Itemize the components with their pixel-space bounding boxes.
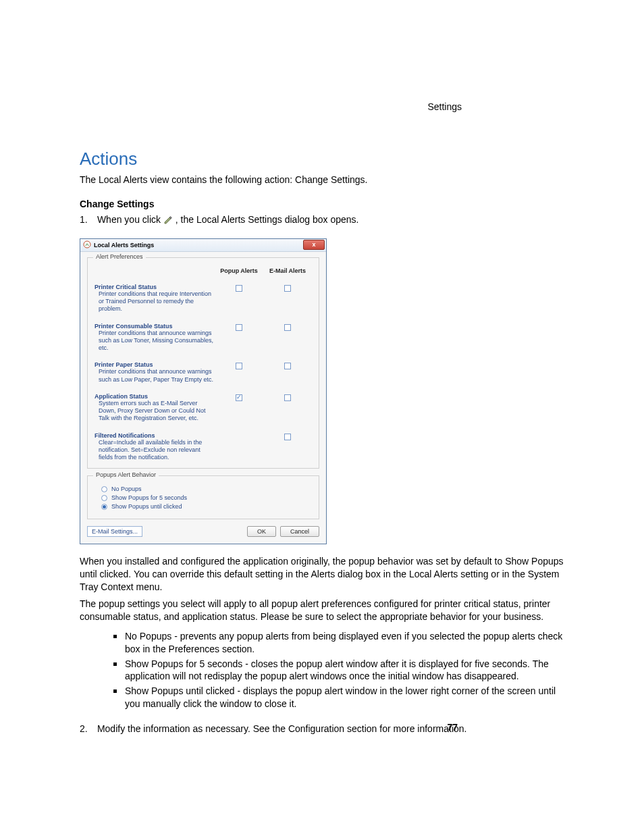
pref-desc: Clear=Include all available fields in th…: [95, 439, 215, 462]
list-item-text: Show Popups for 5 seconds - closes the p…: [125, 658, 564, 683]
cancel-button[interactable]: Cancel: [280, 526, 319, 537]
step-1: 1. When you click , the Local Alerts Set…: [80, 213, 564, 228]
radio-icon: [101, 486, 107, 492]
radio-label: No Popups: [111, 486, 142, 492]
close-button[interactable]: x: [303, 240, 325, 250]
email-alerts-checkbox[interactable]: [284, 324, 291, 331]
email-alerts-checkbox[interactable]: [284, 434, 291, 440]
edit-icon: [163, 215, 173, 228]
bullet-icon: [113, 635, 117, 638]
list-item: Show Popups until clicked - displays the…: [113, 685, 564, 710]
pref-label: Filtered NotificationsClear=Include all …: [95, 432, 215, 462]
pref-desc: Printer conditions that require Interven…: [95, 290, 215, 313]
step-1-suffix: , the Local Alerts Settings dialog box o…: [176, 214, 359, 225]
email-alerts-checkbox[interactable]: [284, 285, 291, 292]
step-2: 2. Modify the information as necessary. …: [80, 723, 564, 735]
ok-button[interactable]: OK: [247, 526, 276, 537]
alert-preferences-legend: Alert Preferences: [93, 253, 146, 260]
pref-title: Application Status: [95, 393, 215, 400]
pref-title: Printer Critical Status: [95, 284, 215, 290]
page-number: 77: [447, 722, 458, 733]
intro-text: The Local Alerts view contains the follo…: [80, 174, 564, 186]
app-icon: [83, 240, 91, 250]
pref-title: Printer Paper Status: [95, 361, 215, 368]
pref-row: Printer Consumable StatusPrinter conditi…: [95, 323, 312, 353]
list-item: Show Popups for 5 seconds - closes the p…: [113, 658, 564, 683]
email-settings-button[interactable]: E-Mail Settings...: [87, 526, 142, 537]
pref-title: Filtered Notifications: [95, 432, 215, 439]
popups-alert-behavior-legend: Popups Alert Behavior: [93, 471, 159, 478]
step-1-number: 1.: [80, 213, 95, 226]
popups-alert-behavior-group: Popups Alert Behavior No PopupsShow Popu…: [87, 475, 319, 519]
dialog-title: Local Alerts Settings: [94, 242, 154, 249]
step-1-prefix: When you click: [97, 214, 161, 225]
paragraph-installed: When you installed and configured the ap…: [80, 555, 564, 594]
svg-point-0: [84, 241, 90, 248]
pref-row: Printer Critical StatusPrinter condition…: [95, 284, 312, 313]
list-item-text: No Popups - prevents any popup alerts fr…: [125, 630, 564, 656]
dialog-titlebar: Local Alerts Settings x: [80, 239, 326, 252]
change-settings-heading: Change Settings: [80, 199, 564, 209]
popup-alerts-checkbox[interactable]: [236, 324, 242, 331]
pref-title: Printer Consumable Status: [95, 323, 215, 330]
page-section-label: Settings: [427, 101, 462, 112]
list-item-text: Show Popups until clicked - displays the…: [125, 685, 564, 710]
radio-label: Show Popups for 5 seconds: [111, 494, 187, 501]
local-alerts-settings-dialog: Local Alerts Settings x Alert Preference…: [80, 238, 327, 545]
pref-label: Application StatusSystem errors such as …: [95, 393, 215, 423]
popup-alerts-checkbox[interactable]: [236, 394, 242, 401]
step-2-text: Modify the information as necessary. See…: [97, 723, 467, 734]
pref-label: Printer Paper StatusPrinter conditions t…: [95, 361, 215, 384]
bullet-icon: [113, 662, 117, 666]
popup-behavior-option[interactable]: No Popups: [101, 486, 312, 492]
section-title: Actions: [80, 149, 564, 170]
radio-icon: [101, 495, 107, 501]
popup-alerts-checkbox[interactable]: [236, 363, 242, 369]
popup-alerts-checkbox[interactable]: [236, 285, 242, 292]
popup-behavior-option[interactable]: Show Popups for 5 seconds: [101, 494, 312, 501]
radio-label: Show Popups until clicked: [111, 503, 182, 510]
pref-row: Application StatusSystem errors such as …: [95, 393, 312, 423]
alert-preferences-group: Alert Preferences Popup Alerts E-Mail Al…: [87, 257, 319, 469]
popup-behavior-option[interactable]: Show Popups until clicked: [101, 503, 312, 510]
pref-desc: Printer conditions that announce warning…: [95, 330, 215, 353]
pref-row: Printer Paper StatusPrinter conditions t…: [95, 361, 312, 384]
pref-label: Printer Critical StatusPrinter condition…: [95, 284, 215, 313]
pref-label: Printer Consumable StatusPrinter conditi…: [95, 323, 215, 353]
email-alerts-checkbox[interactable]: [284, 394, 291, 401]
step-2-number: 2.: [80, 723, 95, 735]
bullet-icon: [113, 689, 117, 693]
paragraph-popup: The popup settings you select will apply…: [80, 598, 564, 623]
pref-desc: Printer conditions that announce warning…: [95, 368, 215, 384]
pref-desc: System errors such as E-Mail Server Down…: [95, 400, 215, 423]
email-alerts-checkbox[interactable]: [284, 363, 291, 369]
pref-row: Filtered NotificationsClear=Include all …: [95, 432, 312, 462]
radio-icon: [101, 504, 107, 510]
column-email-alerts: E-Mail Alerts: [263, 267, 312, 274]
list-item: No Popups - prevents any popup alerts fr…: [113, 630, 564, 656]
column-popup-alerts: Popup Alerts: [215, 267, 263, 274]
